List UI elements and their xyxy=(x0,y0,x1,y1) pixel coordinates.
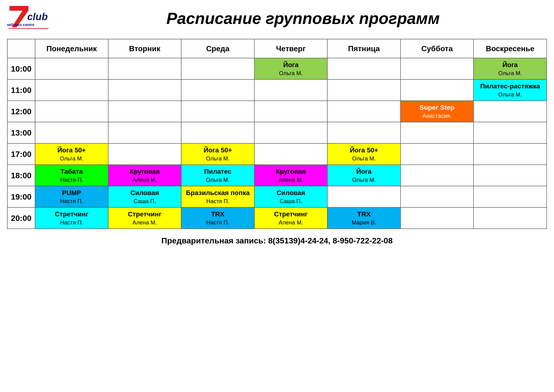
instructor-name: Алена М. xyxy=(132,176,157,183)
schedule-cell xyxy=(401,165,474,186)
table-row: 10:00ЙогаОльга М.ЙогаОльга М. xyxy=(7,58,547,79)
class-name: Стретчинг xyxy=(128,210,161,218)
day-header: Суббота xyxy=(401,39,474,58)
instructor-name: Алена М. xyxy=(278,219,303,226)
table-row: 18:00ТабатаНастя П.КруговаяАлена М.Пилат… xyxy=(7,165,547,186)
svg-text:wellness centre: wellness centre xyxy=(7,23,34,27)
instructor-name: Ольга М. xyxy=(279,70,303,77)
title-area: Расписание групповых программ xyxy=(59,9,547,28)
page-title: Расписание групповых программ xyxy=(59,9,547,28)
table-row: 19:00PUMPНастя П.СиловаяСаша П.Бразильск… xyxy=(7,186,547,207)
time-cell: 12:00 xyxy=(7,101,35,122)
instructor-name: Ольга М. xyxy=(206,155,230,162)
schedule-cell xyxy=(181,58,254,79)
schedule-cell: КруговаяАлена М. xyxy=(254,165,328,186)
schedule-cell: ПилатесОльга М. xyxy=(181,165,254,186)
logo-icon: club wellness centre xyxy=(7,5,55,31)
class-name: Круговая xyxy=(130,167,160,176)
instructor-name: Ольга М. xyxy=(498,91,522,98)
schedule-table: ПонедельникВторникСредаЧетвергПятницаСуб… xyxy=(7,39,547,229)
table-row: 17:00Йога 50+Ольга М.Йога 50+Ольга М.Йог… xyxy=(7,143,547,165)
schedule-cell: Бразильская попкаНастя П. xyxy=(181,186,254,207)
schedule-cell xyxy=(473,101,547,122)
schedule-cell: СтретчингНастя П. xyxy=(35,207,108,229)
table-header: ПонедельникВторникСредаЧетвергПятницаСуб… xyxy=(7,39,547,58)
instructor-name: Ольга М. xyxy=(498,70,522,77)
day-header: Пятница xyxy=(327,39,401,58)
schedule-cell: Йога 50+Ольга М. xyxy=(35,143,108,165)
instructor-name: Анастасия. xyxy=(422,112,452,119)
schedule-cell: СтретчингАлена М. xyxy=(254,207,328,229)
schedule-cell xyxy=(327,79,401,101)
schedule-cell xyxy=(254,101,328,122)
schedule-cell xyxy=(401,58,474,79)
schedule-cell xyxy=(181,79,254,101)
schedule-cell xyxy=(327,101,401,122)
schedule-cell: PUMPНастя П. xyxy=(35,186,108,207)
time-cell: 20:00 xyxy=(7,207,35,229)
table-row: 12:00Super StepАнастасия. xyxy=(7,101,547,122)
schedule-cell: ЙогаОльга М. xyxy=(254,58,328,79)
svg-text:club: club xyxy=(27,11,48,22)
class-name: Табата xyxy=(60,167,83,176)
schedule-cell xyxy=(327,58,401,79)
schedule-cell xyxy=(473,143,547,165)
schedule-cell xyxy=(181,101,254,122)
schedule-cell xyxy=(35,122,108,143)
class-name: PUMP xyxy=(62,189,81,197)
instructor-name: Алена М. xyxy=(278,176,303,183)
schedule-cell xyxy=(473,122,547,143)
schedule-cell: Йога 50+Ольга М. xyxy=(327,143,401,165)
schedule-cell xyxy=(108,101,181,122)
schedule-cell: ТабатаНастя П. xyxy=(35,165,108,186)
instructor-name: Ольга М. xyxy=(352,176,376,183)
schedule-cell xyxy=(108,122,181,143)
schedule-cell xyxy=(35,101,108,122)
instructor-name: Настя П. xyxy=(60,176,83,183)
class-name: Йога 50+ xyxy=(204,146,232,154)
schedule-cell xyxy=(327,186,401,207)
schedule-cell xyxy=(254,143,328,165)
schedule-cell xyxy=(401,207,474,229)
instructor-name: Ольга М. xyxy=(206,176,230,183)
day-header: Среда xyxy=(181,39,254,58)
schedule-cell xyxy=(108,58,181,79)
class-name: Стретчинг xyxy=(55,210,88,218)
schedule-cell xyxy=(401,79,474,101)
instructor-name: Настя П. xyxy=(60,197,83,205)
schedule-cell: ЙогаОльга М. xyxy=(473,58,547,79)
schedule-cell: TRXНастя П. xyxy=(181,207,254,229)
table-row: 11:00Пилатес-растяжкаОльга М. xyxy=(7,79,547,101)
class-name: Круговая xyxy=(276,167,306,176)
table-body: 10:00ЙогаОльга М.ЙогаОльга М.11:00Пилате… xyxy=(7,58,547,229)
instructor-name: Настя П. xyxy=(206,197,229,205)
class-name: Бразильская попка xyxy=(186,189,250,197)
class-name: Йога xyxy=(283,61,298,69)
class-name: Пилатес xyxy=(204,167,231,176)
instructor-name: Мария В. xyxy=(352,219,376,226)
instructor-name: Ольга М. xyxy=(352,155,376,162)
class-name: Стретчинг xyxy=(274,210,308,218)
schedule-cell: КруговаяАлена М. xyxy=(108,165,181,186)
schedule-cell xyxy=(327,122,401,143)
class-name: Super Step xyxy=(419,103,455,112)
schedule-cell xyxy=(108,143,181,165)
schedule-cell: СиловаяСаша П. xyxy=(254,186,328,207)
class-name: Йога 50+ xyxy=(57,146,86,154)
schedule-cell xyxy=(254,122,328,143)
schedule-cell: TRXМария В. xyxy=(327,207,401,229)
instructor-name: Саша П. xyxy=(134,197,156,205)
schedule-cell xyxy=(473,207,547,229)
time-cell: 11:00 xyxy=(7,79,35,101)
schedule-cell: ЙогаОльга М. xyxy=(327,165,401,186)
schedule-cell: СтретчингАлена М. xyxy=(108,207,181,229)
time-cell: 17:00 xyxy=(7,143,35,165)
class-name: TRX xyxy=(211,210,224,218)
schedule-cell: Super StepАнастасия. xyxy=(401,101,474,122)
day-header: Понедельник xyxy=(35,39,108,58)
schedule-cell xyxy=(473,186,547,207)
schedule-cell: СиловаяСаша П. xyxy=(108,186,181,207)
schedule-cell xyxy=(35,58,108,79)
class-name: Йога xyxy=(502,61,518,69)
day-header: Четверг xyxy=(254,39,328,58)
